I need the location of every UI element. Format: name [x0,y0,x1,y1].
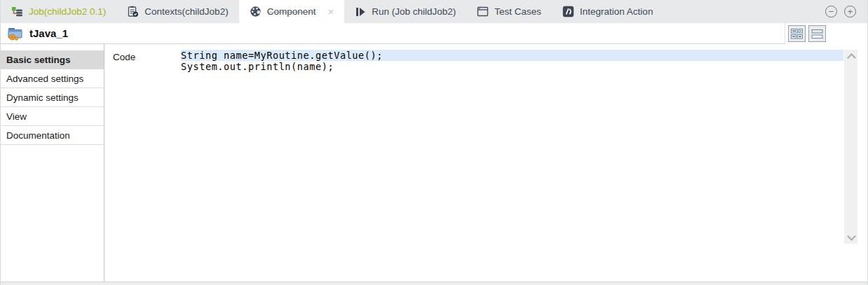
tab-label: Contexts(childJob2) [144,6,228,17]
sidebar-item-dynamic-settings[interactable]: Dynamic settings [1,88,104,107]
scroll-up-icon[interactable] [848,53,855,59]
minimize-icon: − [829,7,834,16]
code-editor[interactable]: String name=MyRoutine.getValue(); System… [181,50,843,246]
sidebar-item-label: View [6,111,27,122]
component-icon [250,6,262,18]
settings-sidebar: Basic settings Advanced settings Dynamic… [1,44,104,281]
component-header-box: tJava_1 [1,23,785,44]
tab-test-cases[interactable]: Test Cases [466,0,552,23]
run-icon [355,6,366,18]
tab-job[interactable]: Job(childJob2 0.1) [1,0,116,23]
tjava-component-icon [8,27,24,41]
tab-component[interactable]: Component × [239,0,345,23]
sidebar-item-label: Documentation [6,130,70,141]
tab-label: Test Cases [494,6,541,17]
sidebar-item-view[interactable]: View [1,107,104,126]
sidebar-item-documentation[interactable]: Documentation [1,126,104,145]
stacked-layout-button[interactable] [808,25,826,42]
tab-label: Integration Action [580,6,653,17]
sidebar-item-label: Basic settings [6,55,71,65]
maximize-icon: + [848,7,853,16]
tab-label: Run (Job childJob2) [372,6,456,17]
component-view-panel: Job(childJob2 0.1) Contexts(childJob2) [0,0,868,285]
tabbar-actions: − + [825,0,867,23]
sidebar-item-label: Advanced settings [6,74,83,84]
job-icon [11,6,23,18]
minimize-button[interactable]: − [825,6,837,18]
code-field-label: Code [113,52,135,62]
contexts-icon [127,6,139,18]
integration-action-icon [562,6,574,18]
vertical-scrollbar[interactable] [844,50,857,244]
grid-layout-button[interactable] [788,25,806,42]
layout-toggle-group [785,23,826,44]
tab-label: Job(childJob2 0.1) [29,6,106,17]
sidebar-item-advanced-settings[interactable]: Advanced settings [1,69,104,88]
maximize-button[interactable]: + [844,6,856,18]
basic-settings-panel: Code String name=MyRoutine.getValue(); S… [104,44,867,281]
close-icon[interactable]: × [327,6,334,17]
sidebar-item-label: Dynamic settings [6,92,79,103]
bottom-edge [1,281,867,285]
tab-contexts[interactable]: Contexts(childJob2) [116,0,238,23]
component-header: tJava_1 [1,23,867,44]
grid-layout-icon [791,29,803,39]
tab-label: Component [267,6,316,17]
view-tabbar: Job(childJob2 0.1) Contexts(childJob2) [1,0,867,23]
code-line[interactable]: System.out.println(name); [181,61,843,72]
stacked-layout-icon [811,29,823,39]
page-title: tJava_1 [29,27,68,39]
scroll-down-icon[interactable] [848,235,855,240]
test-cases-icon [477,6,489,17]
component-settings-content: Basic settings Advanced settings Dynamic… [1,44,867,281]
sidebar-item-basic-settings[interactable]: Basic settings [1,50,104,69]
tab-run[interactable]: Run (Job childJob2) [344,0,466,23]
code-line[interactable]: String name=MyRoutine.getValue(); [181,50,843,61]
tab-integration-action[interactable]: Integration Action [552,0,663,23]
